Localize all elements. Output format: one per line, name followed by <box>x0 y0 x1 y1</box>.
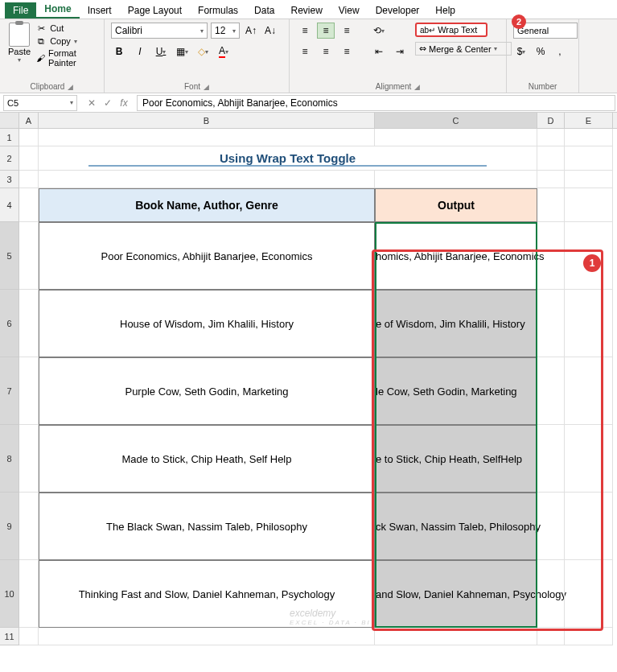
cell-c7[interactable]: le Cow, Seth Godin, Marketing <box>375 357 537 425</box>
cell-b7[interactable]: Purple Cow, Seth Godin, Marketing <box>39 357 375 425</box>
borders-button[interactable]: ▦▾ <box>174 43 190 60</box>
cell[interactable] <box>565 188 613 222</box>
cell[interactable] <box>537 188 565 222</box>
select-all-corner[interactable] <box>0 113 19 128</box>
increase-font-button[interactable]: A↑ <box>243 23 259 39</box>
bold-button[interactable]: B <box>111 43 127 60</box>
cell[interactable] <box>565 171 613 188</box>
row-header[interactable]: 3 <box>0 171 19 188</box>
cell[interactable] <box>537 129 565 146</box>
row-header[interactable]: 8 <box>0 425 19 493</box>
cell[interactable] <box>19 129 39 146</box>
col-header-c[interactable]: C <box>375 113 537 128</box>
align-left-button[interactable]: ≡ <box>296 43 314 60</box>
col-header-e[interactable]: E <box>565 113 613 128</box>
cell[interactable] <box>39 171 375 188</box>
tab-data[interactable]: Data <box>246 2 282 19</box>
cell[interactable] <box>375 129 537 146</box>
enter-icon[interactable]: ✓ <box>101 97 114 109</box>
copy-button[interactable]: ⧉Copy▾ <box>35 35 97 47</box>
cell[interactable] <box>19 146 39 171</box>
cell-b5[interactable]: Poor Economics, Abhijit Banarjee, Econom… <box>39 222 375 290</box>
cell[interactable] <box>19 560 39 628</box>
cell[interactable] <box>537 560 565 628</box>
align-bottom-button[interactable]: ≡ <box>338 23 356 39</box>
percent-format-button[interactable]: % <box>533 43 549 60</box>
cell[interactable] <box>375 628 537 645</box>
col-header-d[interactable]: D <box>537 113 565 128</box>
cell[interactable] <box>565 146 613 171</box>
tab-help[interactable]: Help <box>427 2 463 19</box>
cell[interactable] <box>19 425 39 493</box>
cell[interactable] <box>565 560 613 628</box>
row-header[interactable]: 11 <box>0 628 19 645</box>
cell-b8[interactable]: Made to Stick, Chip Heath, Self Help <box>39 425 375 493</box>
cell[interactable] <box>537 357 565 425</box>
tab-home[interactable]: Home <box>36 1 79 19</box>
cancel-icon[interactable]: ✕ <box>85 97 98 109</box>
cell-c10[interactable]: and Slow, Daniel Kahneman, Psychology <box>375 560 537 628</box>
cell-b9[interactable]: The Black Swan, Nassim Taleb, Philosophy <box>39 493 375 560</box>
cell[interactable] <box>537 493 565 560</box>
underline-button[interactable]: U▾ <box>153 43 169 60</box>
merge-center-button[interactable]: ⇔Merge & Center▾ <box>415 42 512 56</box>
row-header[interactable]: 6 <box>0 290 19 357</box>
row-header[interactable]: 1 <box>0 129 19 146</box>
cell[interactable] <box>565 290 613 357</box>
cell[interactable] <box>39 129 375 146</box>
col-header-b[interactable]: B <box>39 113 375 128</box>
cell[interactable] <box>537 146 565 171</box>
cell[interactable] <box>565 493 613 560</box>
cell-c8[interactable]: e to Stick, Chip Heath, Self Help <box>375 425 537 493</box>
cell[interactable] <box>565 357 613 425</box>
format-painter-button[interactable]: 🖌Format Painter <box>35 48 97 68</box>
row-header[interactable]: 2 <box>0 146 19 171</box>
cut-button[interactable]: ✂Cut <box>35 23 97 34</box>
table-header-c[interactable]: Output <box>375 188 537 222</box>
cell-b10[interactable]: Thinking Fast and Slow, Daniel Kahneman,… <box>39 560 375 628</box>
orientation-button[interactable]: ⟲▾ <box>370 23 388 39</box>
tab-formulas[interactable]: Formulas <box>190 2 246 19</box>
fx-icon[interactable]: fx <box>117 97 130 109</box>
cell-c9[interactable]: ck Swan, Nassim Taleb, Philosophy <box>375 493 537 560</box>
align-top-button[interactable]: ≡ <box>296 23 314 39</box>
cell-c6[interactable]: e of Wisdom, Jim Khalili, History <box>375 290 537 357</box>
cell[interactable] <box>19 290 39 357</box>
cell[interactable] <box>565 628 613 645</box>
font-name-combo[interactable]: Calibri▾ <box>111 23 208 39</box>
name-box[interactable]: C5▾ <box>3 95 77 111</box>
table-header-b[interactable]: Book Name, Author, Genre <box>39 188 375 222</box>
tab-page-layout[interactable]: Page Layout <box>120 2 190 19</box>
cell[interactable] <box>537 628 565 645</box>
align-middle-button[interactable]: ≡ <box>317 23 335 39</box>
col-header-a[interactable]: A <box>19 113 39 128</box>
wrap-text-button[interactable]: ab↵Wrap Text <box>415 23 487 37</box>
dialog-launcher-icon[interactable]: ◢ <box>204 83 209 91</box>
tab-file[interactable]: File <box>5 2 36 19</box>
cell[interactable] <box>537 222 565 290</box>
cell[interactable] <box>39 628 375 645</box>
cell[interactable] <box>537 171 565 188</box>
row-header[interactable]: 7 <box>0 357 19 425</box>
title-cell[interactable]: Using Wrap Text Toggle <box>39 146 537 171</box>
tab-view[interactable]: View <box>331 2 368 19</box>
cell[interactable] <box>19 357 39 425</box>
increase-indent-button[interactable]: ⇥ <box>391 43 409 60</box>
cell-c5[interactable]: homics, Abhijit Banarjee, Economics <box>375 222 537 290</box>
cell[interactable] <box>19 222 39 290</box>
paste-button[interactable]: Paste ▾ <box>6 23 32 68</box>
tab-developer[interactable]: Developer <box>368 2 428 19</box>
tab-review[interactable]: Review <box>282 2 330 19</box>
decrease-font-button[interactable]: A↓ <box>262 23 278 39</box>
cell[interactable] <box>19 188 39 222</box>
font-color-button[interactable]: A▾ <box>216 43 232 60</box>
row-header[interactable]: 10 <box>0 560 19 628</box>
cell[interactable] <box>565 425 613 493</box>
dialog-launcher-icon[interactable]: ◢ <box>414 83 420 91</box>
cell[interactable] <box>19 493 39 560</box>
italic-button[interactable]: I <box>132 43 148 60</box>
cell[interactable] <box>19 171 39 188</box>
dialog-launcher-icon[interactable]: ◢ <box>68 83 73 91</box>
cell[interactable] <box>537 425 565 493</box>
tab-insert[interactable]: Insert <box>80 2 120 19</box>
